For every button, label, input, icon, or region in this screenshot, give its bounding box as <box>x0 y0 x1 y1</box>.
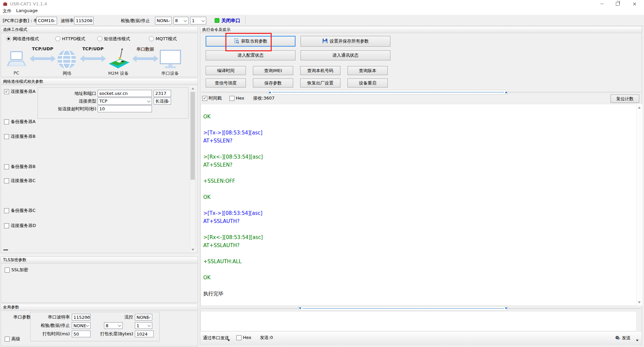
baud-select[interactable]: 115200 <box>74 17 94 24</box>
checkbox-backup-server-b[interactable] <box>4 164 9 169</box>
short-conn-timeout-label: 短连接超时时间(秒) <box>39 106 96 112</box>
restore-button[interactable] <box>610 0 625 7</box>
checkbox-backup-server-c[interactable] <box>4 208 9 213</box>
command-button[interactable]: 编译时间 <box>206 66 246 75</box>
work-mode-header: 选择工作模式 <box>1 26 198 33</box>
server-a-address-input[interactable]: socket.usr.cn <box>98 90 152 97</box>
checkbox-server-c-label: 连接服务器C <box>11 178 36 183</box>
parity-select[interactable]: NONI <box>155 17 172 24</box>
close-button[interactable]: × <box>625 0 644 7</box>
terminal-line <box>203 225 263 233</box>
terminal-line: AT+SSLEN? <box>203 137 263 145</box>
command-button[interactable]: 设备重启 <box>347 78 388 88</box>
menu-file[interactable]: 文件 <box>3 8 11 15</box>
terminal-line <box>203 282 263 290</box>
checkbox-ssl[interactable] <box>5 268 10 273</box>
command-button[interactable]: 查询本机号码 <box>300 66 340 75</box>
set-save-params-button[interactable]: 设置并保存所有参数 <box>301 36 390 47</box>
server-a-port-input[interactable]: 2317 <box>154 90 171 97</box>
checkbox-advanced[interactable] <box>5 337 10 342</box>
databits-select[interactable]: 8 <box>173 17 189 24</box>
checkbox-hex-send-label: Hex <box>243 335 251 340</box>
serial-databits-select[interactable]: 8 <box>104 322 123 329</box>
log-scroll-down-icon[interactable] <box>636 299 642 305</box>
pc-laptop-icon <box>6 51 27 70</box>
terminal-line: AT+SSLEN? <box>203 161 263 169</box>
checkbox-hex-send[interactable] <box>236 335 241 340</box>
pack-length-input[interactable]: 1024 <box>135 331 154 337</box>
enter-config-button[interactable]: 进入配置状态 <box>206 50 296 60</box>
terminal-line: >[Rx<-][08:53:54][asc] <box>203 153 263 161</box>
serial-parity-select[interactable]: NONE <box>72 322 91 329</box>
send-dropdown-arrow-icon[interactable] <box>636 337 639 342</box>
arrow-m2m-serial-icon <box>132 55 158 63</box>
app-window: USR-CAT1 V1.1.4 × 文件 Language [PC串口参数]：串… <box>0 0 644 347</box>
flow-control-select[interactable]: NONE <box>135 314 152 321</box>
send-via-dropdown-arrow-icon[interactable] <box>227 337 230 342</box>
link-serial-data-label: 串口数据 <box>132 46 158 52</box>
log-slider-top[interactable] <box>268 90 508 95</box>
radio-sms-passthrough-label: 短信透传模式 <box>104 36 130 42</box>
radio-mqtt[interactable] <box>149 36 154 41</box>
terminal-line: >[Tx->][08:53:54][asc] <box>203 129 263 137</box>
server-a-keepalive-select[interactable]: 长连接 <box>154 98 171 105</box>
baud-label: 波特率 <box>61 18 74 23</box>
minimize-button[interactable] <box>594 0 610 7</box>
server-a-type-select[interactable]: TCP <box>98 98 152 105</box>
arrow-pc-net-icon <box>30 55 56 63</box>
server-a-timeout-input[interactable]: 10 <box>98 105 152 112</box>
node-serial-label: 串口设备 <box>159 70 181 76</box>
slider-handle-right-icon[interactable] <box>505 91 507 93</box>
node-m2m-label: M2M 设备 <box>105 70 131 76</box>
menu-language[interactable]: Language <box>16 8 38 15</box>
terminal-log-area[interactable] <box>201 104 637 306</box>
log-scroll-up-icon[interactable] <box>636 105 642 110</box>
command-button[interactable]: 恢复出厂设置 <box>300 78 340 88</box>
com-port-select[interactable]: COM10 <box>36 17 57 24</box>
terminal-line: 执行完毕 <box>203 290 263 298</box>
send-button[interactable]: 发送 <box>622 335 631 341</box>
enter-comm-button[interactable]: 进入通讯状态 <box>301 50 390 60</box>
checkbox-backup-server-a[interactable] <box>4 119 9 124</box>
radio-httpd[interactable] <box>55 36 60 41</box>
annotation-red-rectangle <box>225 33 272 51</box>
slider-handle-left-icon[interactable] <box>269 91 271 93</box>
net-params-scrollbar-thumb[interactable] <box>191 92 195 180</box>
app-icon <box>3 1 8 7</box>
command-button[interactable]: 查询IMEI <box>253 66 293 75</box>
checkbox-server-b[interactable] <box>4 134 9 139</box>
scroll-up-icon[interactable] <box>190 85 196 91</box>
send-via-serial-dropdown[interactable]: 通过串口发送 <box>203 335 229 341</box>
stopbits-select[interactable]: 1 <box>190 17 206 24</box>
command-button[interactable]: 查询版本 <box>347 66 388 75</box>
radio-sms-passthrough[interactable] <box>97 36 102 41</box>
terminal-line: OK <box>203 193 263 201</box>
serial-stopbits-select[interactable]: 1 <box>135 322 152 329</box>
checkbox-server-d[interactable] <box>4 223 9 228</box>
reset-count-button[interactable]: 复位计数 <box>610 95 639 103</box>
scroll-down-icon[interactable] <box>190 247 196 252</box>
m2m-device-icon <box>107 48 131 71</box>
log-slider-bottom[interactable] <box>299 306 508 311</box>
slider-handle-left-icon[interactable] <box>299 307 302 309</box>
node-network-label: 网络 <box>56 70 78 76</box>
checkbox-hex-receive[interactable] <box>229 96 234 101</box>
terminal-line: +SSLEN:OFF <box>203 177 263 185</box>
radio-net-passthrough[interactable] <box>6 36 11 41</box>
checkbox-server-a[interactable] <box>4 89 9 94</box>
checkbox-timestamp[interactable] <box>202 96 207 101</box>
serial-baud-select[interactable]: 115200 <box>72 314 91 321</box>
command-button[interactable]: 保存参数 <box>253 78 293 88</box>
slider-handle-right-icon[interactable] <box>505 307 507 309</box>
send-input-area[interactable] <box>201 311 637 331</box>
checkbox-server-c[interactable] <box>4 178 9 183</box>
link-tcp-udp-2-label: TCP/UDP <box>80 46 106 51</box>
serial-parity-label: 检验/数据/停止 <box>30 323 70 328</box>
log-scrollbar[interactable] <box>636 104 642 306</box>
terminal-line <box>203 249 263 257</box>
terminal-line <box>203 145 263 153</box>
pack-time-input[interactable]: 50 <box>72 331 91 337</box>
checkbox-server-d-label: 连接服务器D <box>11 223 36 228</box>
close-serial-button[interactable]: 关闭串口 <box>221 18 240 23</box>
command-button[interactable]: 查信号强度 <box>206 78 246 88</box>
